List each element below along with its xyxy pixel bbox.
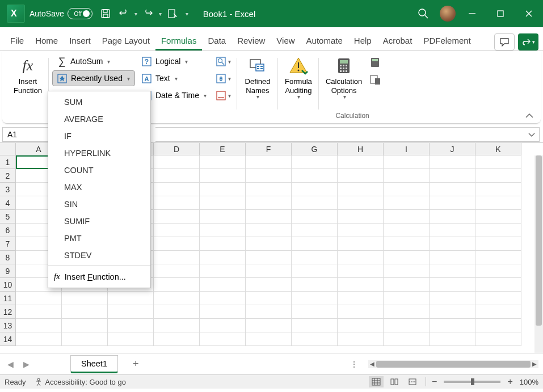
cell[interactable] [475,305,521,319]
cell[interactable] [338,278,384,292]
cell[interactable] [338,319,384,332]
cell[interactable] [246,305,292,319]
cell[interactable] [384,237,430,251]
col-header[interactable]: I [384,143,430,155]
menu-item-hyperlink[interactable]: HYPERLINK [48,145,150,162]
zoom-level[interactable]: 100% [520,378,538,386]
cell[interactable] [16,305,62,319]
cell[interactable] [384,305,430,319]
cell[interactable] [108,332,154,346]
cell[interactable] [292,319,338,332]
cell[interactable] [292,237,338,251]
cell[interactable] [292,169,338,183]
cell[interactable] [200,332,246,346]
cell[interactable] [475,237,521,251]
formula-expand-icon[interactable] [528,132,536,137]
tab-help[interactable]: Help [348,31,377,50]
menu-insert-function[interactable]: fx Insert Function... [48,268,150,285]
menu-item-average[interactable]: AVERAGE [48,111,150,128]
cell[interactable] [430,292,475,305]
cell[interactable] [246,278,292,292]
normal-view-icon[interactable] [369,376,384,387]
tab-home[interactable]: Home [30,31,64,50]
cell[interactable] [475,251,521,264]
autosave-control[interactable]: AutoSave Off [30,8,92,19]
row-header[interactable]: 2 [0,169,16,183]
lookup-ref-button[interactable]: ▾ [213,53,234,69]
cell[interactable] [108,319,154,332]
cell[interactable] [292,264,338,278]
cell[interactable] [154,224,200,237]
cell[interactable] [292,183,338,196]
cell[interactable] [338,155,384,169]
select-all-corner[interactable] [0,143,16,155]
zoom-in-button[interactable]: + [507,377,512,387]
cell[interactable] [200,305,246,319]
cell[interactable] [475,183,521,196]
menu-item-pmt[interactable]: PMT [48,230,150,247]
cell[interactable] [475,224,521,237]
cell[interactable] [475,292,521,305]
row-header[interactable]: 9 [0,264,16,278]
cell[interactable] [430,319,475,332]
tab-data[interactable]: Data [202,31,231,50]
cell[interactable] [200,224,246,237]
cell[interactable] [154,305,200,319]
formula-input[interactable] [155,127,540,142]
menu-item-count[interactable]: COUNT [48,162,150,179]
cell[interactable] [292,196,338,210]
tab-review[interactable]: Review [231,31,271,50]
cell[interactable] [246,224,292,237]
tab-acrobat[interactable]: Acrobat [377,31,418,50]
cell[interactable] [154,183,200,196]
defined-names-button[interactable]: Defined Names ▾ [241,53,275,121]
cell[interactable] [246,264,292,278]
cell[interactable] [154,155,200,169]
horizontal-scrollbar[interactable]: ◀ ▶ [368,360,538,368]
tab-file[interactable]: File [5,31,30,50]
cell[interactable] [338,237,384,251]
text-button[interactable]: A Text ▾ [137,70,211,86]
more-functions-button[interactable]: ▾ [213,87,234,103]
cell[interactable] [338,210,384,224]
cell[interactable] [338,332,384,346]
zoom-out-button[interactable]: − [432,377,437,387]
cell[interactable] [292,224,338,237]
row-header[interactable]: 3 [0,183,16,196]
ribbon-collapse-icon[interactable] [525,113,534,120]
row-header[interactable]: 7 [0,237,16,251]
page-break-view-icon[interactable] [405,376,420,387]
accessibility-status[interactable]: Accessibility: Good to go [34,377,126,386]
cell[interactable] [154,278,200,292]
cell[interactable] [246,332,292,346]
cell[interactable] [246,169,292,183]
cell[interactable] [475,319,521,332]
cell[interactable] [154,169,200,183]
cell[interactable] [384,210,430,224]
tab-insert[interactable]: Insert [64,31,96,50]
col-header[interactable]: H [338,143,384,155]
cell[interactable] [62,332,108,346]
tab-formulas[interactable]: Formulas [155,31,203,50]
cell[interactable] [200,237,246,251]
page-layout-view-icon[interactable] [387,376,402,387]
cell[interactable] [338,264,384,278]
cell[interactable] [384,319,430,332]
zoom-thumb[interactable] [471,378,474,385]
cell[interactable] [200,319,246,332]
menu-item-if[interactable]: IF [48,128,150,145]
cell[interactable] [384,169,430,183]
cell[interactable] [384,155,430,169]
tab-page-layout[interactable]: Page Layout [96,31,155,50]
cell[interactable] [246,251,292,264]
cell[interactable] [292,278,338,292]
cell[interactable] [475,169,521,183]
menu-item-max[interactable]: MAX [48,179,150,196]
cell[interactable] [430,224,475,237]
cell[interactable] [200,196,246,210]
cell[interactable] [200,264,246,278]
menu-item-sum[interactable]: SUM [48,94,150,111]
scrollbar-thumb[interactable] [536,155,542,326]
cell[interactable] [200,155,246,169]
col-header[interactable]: J [430,143,475,155]
